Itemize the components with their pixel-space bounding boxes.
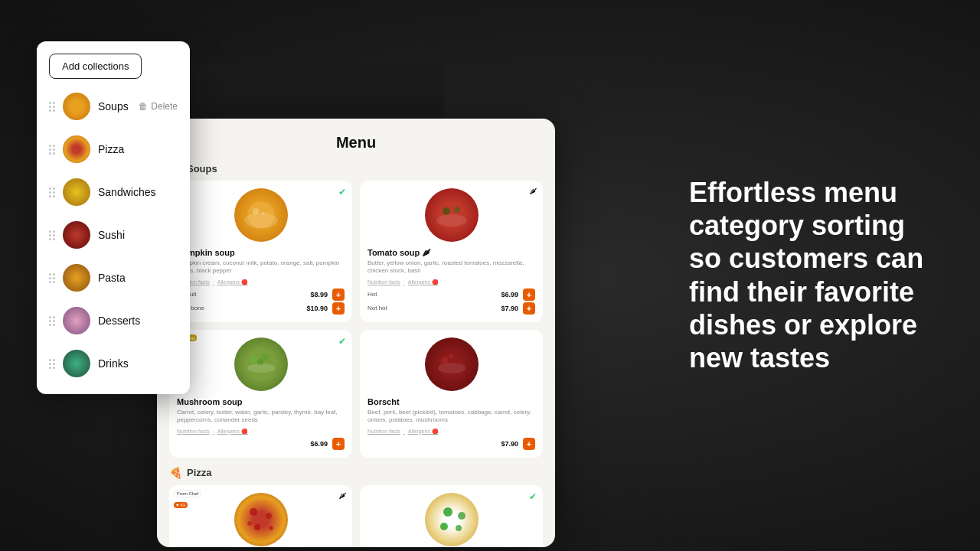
collection-label-sushi: Sushi (98, 229, 178, 241)
nutrition-link-mushroom[interactable]: Nutrition facts (177, 429, 210, 435)
dish-name-mushroom: Mushroom soup (177, 397, 345, 406)
price-value-mushroom: $6.99 (310, 440, 328, 448)
dish-image-tomato (425, 188, 479, 242)
svg-point-26 (443, 507, 452, 517)
price-row-tomato-1: Hot $6.99 + (368, 289, 535, 301)
dish-card-tomato-soup: 🌶 Tomato soup 🌶 Butter, yellow onion, ga… (360, 181, 543, 322)
collection-label-sandwiches: Sandwiches (98, 186, 178, 198)
price-row-borscht: $7.90 + (368, 438, 535, 450)
drag-handle-desserts[interactable] (49, 316, 55, 326)
allergens-link-borscht[interactable]: Allergens 🔴 (408, 429, 439, 435)
drag-handle-pasta[interactable] (49, 273, 55, 283)
dish-desc-pumpkin: Pumpkin cream, coconut milk, potato, ora… (177, 259, 345, 276)
badge-chef-pepperoni: From Chef (174, 490, 201, 497)
menu-title: Menu (169, 134, 543, 152)
dish-name-tomato: Tomato soup 🌶 (368, 248, 535, 257)
price-value-borscht: $7.90 (501, 440, 518, 448)
dish-desc-borscht: Beef, pork, beet (pickled), tomatoes, ca… (368, 409, 535, 425)
allergens-link-pumpkin[interactable]: Allergens 🔴 (217, 279, 248, 285)
svg-point-24 (247, 521, 252, 526)
dish-card-borscht: Borscht Beef, pork, beet (pickled), toma… (360, 330, 543, 458)
dish-image-pumpkin (234, 188, 288, 242)
soups-section-header: 🍲 Soups (169, 162, 543, 174)
svg-point-21 (266, 513, 272, 519)
price-row-mushroom: $6.99 + (177, 438, 345, 450)
soups-grid: ✔ Pumpkin soup Pumpkin cream, coconut mi… (169, 181, 543, 458)
collections-panel: Add collections Soups 🗑 Delete Pizza (37, 41, 190, 394)
dish-name-pumpkin: Pumpkin soup (177, 248, 345, 257)
collection-item-pasta[interactable]: Pasta (37, 256, 190, 299)
dish-card-margarita: ✔ Margarita Crushed tomatoes, mozzarella… (360, 485, 543, 547)
drag-handle-sandwiches[interactable] (49, 187, 55, 197)
svg-point-27 (458, 512, 466, 520)
collection-item-pizza[interactable]: Pizza (37, 128, 190, 171)
drag-handle-sushi[interactable] (49, 230, 55, 240)
svg-point-25 (425, 493, 479, 546)
price-row-pumpkin-2: With bone $10.90 + (177, 302, 345, 315)
dish-card-mushroom-soup: 👑 Royal ✔ Mushroom soup Carrot, celery, … (169, 330, 352, 458)
svg-point-13 (257, 359, 263, 365)
collection-icon-pasta (63, 264, 90, 292)
delete-label: Delete (151, 101, 178, 112)
svg-point-19 (234, 493, 288, 546)
allergens-link-tomato[interactable]: Allergens 🔴 (408, 279, 439, 285)
dish-meta-pumpkin[interactable]: Nutrition facts · Allergens 🔴 (177, 279, 345, 285)
add-button-tomato-hot[interactable]: + (523, 289, 535, 301)
add-button-borscht[interactable]: + (523, 438, 535, 450)
collection-item-soups[interactable]: Soups 🗑 Delete (37, 85, 190, 128)
price-value-tomato-1: $6.99 (501, 291, 518, 298)
svg-point-15 (438, 363, 466, 373)
svg-point-6 (436, 214, 467, 227)
collection-icon-sushi (63, 221, 90, 249)
dish-name-borscht: Borscht (368, 397, 535, 406)
delete-button-soups[interactable]: 🗑 Delete (139, 101, 178, 112)
menu-panel[interactable]: Menu 🍲 Soups ✔ Pumpkin soup Pumpkin crea… (157, 119, 555, 547)
svg-point-23 (269, 526, 273, 530)
price-label-tomato-1: Hot (368, 291, 377, 298)
collection-item-drinks[interactable]: Drinks (37, 342, 190, 385)
dish-image-pepperoni (234, 493, 288, 546)
collection-item-desserts[interactable]: Desserts (37, 299, 190, 342)
svg-point-16 (441, 357, 449, 364)
dish-meta-tomato[interactable]: Nutrition facts · Allergens 🔴 (368, 279, 535, 285)
dish-card-pumpkin-soup: ✔ Pumpkin soup Pumpkin cream, coconut mi… (169, 181, 352, 322)
pizza-section-header: 🍕 Pizza (169, 467, 543, 479)
add-collections-button[interactable]: Add collections (49, 54, 142, 79)
check-icon-mushroom: ✔ (338, 336, 346, 347)
price-label-tomato-2: Not hot (368, 305, 387, 311)
drag-handle-soups[interactable] (49, 102, 55, 112)
tagline: Effortless menu category sorting so cust… (689, 176, 934, 374)
allergens-link-mushroom[interactable]: Allergens 🔴 (217, 429, 248, 435)
nutrition-link-borscht[interactable]: Nutrition facts (368, 429, 400, 435)
hot-icon-pepperoni: 🌶 (338, 491, 346, 500)
dish-meta-mushroom[interactable]: Nutrition facts · Allergens 🔴 (177, 429, 345, 435)
add-button-tomato-nothot[interactable]: + (523, 302, 535, 315)
collection-icon-desserts (63, 307, 90, 334)
collection-item-sushi[interactable]: Sushi (37, 214, 190, 256)
price-value-tomato-2: $7.90 (501, 305, 518, 312)
price-row-tomato-2: Not hot $7.90 + (368, 302, 535, 315)
dish-image-margarita (425, 493, 479, 546)
svg-point-2 (247, 201, 275, 229)
collection-label-soups: Soups (98, 100, 131, 112)
dish-meta-borscht[interactable]: Nutrition facts · Allergens 🔴 (368, 429, 535, 435)
svg-point-29 (456, 525, 462, 531)
price-value-pumpkin-2: $10.90 (306, 305, 328, 312)
pizza-section-label: Pizza (187, 467, 212, 478)
hot-icon-tomato: 🌶 (529, 187, 537, 195)
drag-handle-drinks[interactable] (49, 359, 55, 369)
collection-item-sandwiches[interactable]: Sandwiches (37, 171, 190, 214)
svg-point-4 (262, 212, 265, 215)
price-value-pumpkin-1: $8.99 (310, 291, 328, 298)
drag-handle-pizza[interactable] (49, 145, 55, 155)
add-button-pumpkin-default[interactable]: + (332, 289, 345, 301)
dish-image-mushroom (234, 337, 288, 391)
svg-point-8 (454, 207, 460, 213)
pizza-section-icon: 🍕 (169, 467, 182, 479)
add-button-mushroom[interactable]: + (332, 438, 345, 450)
nutrition-link-tomato[interactable]: Nutrition facts (368, 279, 400, 285)
collection-label-drinks: Drinks (98, 357, 178, 370)
svg-point-18 (449, 354, 453, 359)
add-button-pumpkin-bone[interactable]: + (332, 302, 345, 315)
soups-section-label: Soups (187, 163, 217, 174)
